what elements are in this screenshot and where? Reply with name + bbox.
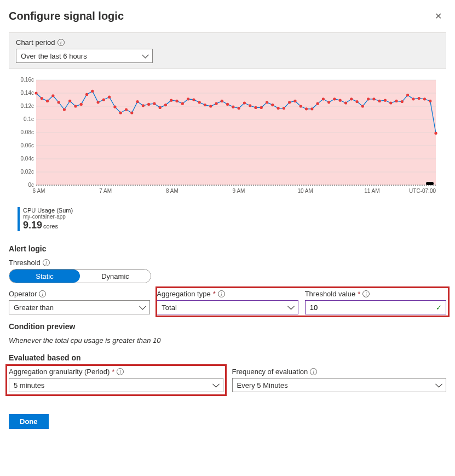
svg-point-34 [68,100,71,102]
svg-point-35 [74,105,77,107]
svg-point-64 [238,107,240,110]
svg-point-32 [57,101,60,104]
chart-period-panel: Chart period i Over the last 6 hours [9,32,446,69]
svg-point-58 [204,104,206,106]
svg-point-74 [293,100,296,102]
svg-point-73 [288,101,291,104]
info-icon[interactable]: i [39,290,46,297]
info-icon[interactable]: i [310,368,317,375]
legend-color-bar [18,207,20,231]
svg-point-29 [41,97,43,100]
close-icon[interactable]: ✕ [430,9,446,24]
svg-point-72 [283,107,285,110]
legend-summary-unit: cores [43,223,58,230]
threshold-dynamic-option[interactable]: Dynamic [80,269,151,283]
svg-point-46 [136,100,139,103]
frequency-value: Every 5 Minutes [237,381,288,389]
svg-text:0.02c: 0.02c [21,169,34,175]
svg-point-41 [108,96,111,99]
svg-point-86 [361,105,364,107]
granularity-select[interactable]: 5 minutes [9,378,223,392]
info-icon[interactable]: i [362,290,370,297]
svg-text:0.16c: 0.16c [21,77,34,83]
svg-point-40 [102,98,105,101]
svg-point-49 [153,102,155,105]
svg-text:8 AM: 8 AM [166,188,178,194]
metric-chart: 0c0.02c0.04c0.06c0.08c0.1c0.12c0.14c0.16… [14,76,446,202]
svg-point-60 [215,102,217,105]
threshold-toggle[interactable]: Static Dynamic [9,269,151,283]
granularity-value: 5 minutes [14,381,44,389]
svg-point-70 [271,104,274,106]
svg-text:0.14c: 0.14c [21,90,34,96]
info-icon[interactable]: i [218,290,225,297]
svg-point-69 [266,101,268,104]
threshold-value-input[interactable] [305,300,446,314]
svg-point-47 [142,104,145,107]
chart-period-select[interactable]: Over the last 6 hours [16,49,153,63]
legend-summary-value: 9.19 [23,220,42,231]
evaluated-heading: Evaluated based on [9,353,446,362]
svg-point-37 [85,93,88,96]
svg-point-84 [350,98,353,100]
svg-point-65 [243,101,246,104]
svg-point-36 [80,103,83,106]
svg-text:11 AM: 11 AM [364,188,379,194]
svg-text:UTC-07:00: UTC-07:00 [409,188,436,194]
svg-point-33 [63,108,66,111]
info-icon[interactable]: i [117,368,124,375]
info-icon[interactable]: i [57,39,65,46]
svg-point-71 [277,107,280,110]
svg-point-76 [305,107,308,110]
chart-period-value: Over the last 6 hours [21,52,87,60]
threshold-value-label: Threshold value [305,290,356,298]
svg-point-99 [434,132,437,135]
operator-select[interactable]: Greater than [9,300,150,314]
svg-point-53 [175,100,178,102]
chart-period-label: Chart period [16,38,55,47]
svg-point-56 [192,98,195,101]
frequency-select[interactable]: Every 5 Minutes [232,378,447,392]
aggregation-type-select[interactable]: Total [157,300,298,314]
svg-point-31 [51,94,54,97]
svg-text:0.08c: 0.08c [21,129,34,135]
svg-point-95 [412,98,414,100]
svg-point-68 [260,106,263,109]
info-icon[interactable]: i [43,259,50,266]
svg-point-77 [310,107,313,110]
svg-point-54 [181,102,184,105]
svg-text:9 AM: 9 AM [233,188,245,194]
required-indicator: * [358,290,360,298]
svg-point-30 [46,100,49,102]
svg-point-90 [384,99,387,102]
svg-point-88 [372,98,375,100]
svg-point-39 [96,101,99,104]
page-title: Configure signal logic [9,10,124,22]
svg-point-28 [34,91,37,94]
threshold-static-option[interactable]: Static [9,269,80,283]
svg-text:0.04c: 0.04c [21,156,34,162]
aggregation-type-value: Total [162,303,176,312]
operator-value: Greater than [14,303,54,312]
svg-point-67 [254,106,257,109]
svg-point-80 [327,101,330,104]
operator-label: Operator [9,290,37,298]
svg-point-94 [406,94,409,96]
svg-point-43 [119,111,122,114]
done-button[interactable]: Done [9,414,49,429]
svg-point-44 [125,108,128,111]
svg-point-50 [159,106,162,109]
frequency-label: Frequency of evaluation [232,368,308,376]
svg-text:0c: 0c [28,182,34,188]
legend-metric-name: CPU Usage (Sum) [23,207,73,214]
svg-point-87 [367,98,370,100]
svg-point-61 [221,100,223,102]
condition-preview-text: Whenever the total cpu usage is greater … [9,336,446,345]
svg-point-48 [147,103,150,106]
svg-point-63 [232,106,234,108]
chart-legend: CPU Usage (Sum) my-container-app 9.19cor… [18,207,446,231]
svg-point-97 [423,98,426,100]
svg-point-92 [395,100,398,102]
svg-text:7 AM: 7 AM [99,188,112,194]
svg-point-81 [333,98,336,100]
